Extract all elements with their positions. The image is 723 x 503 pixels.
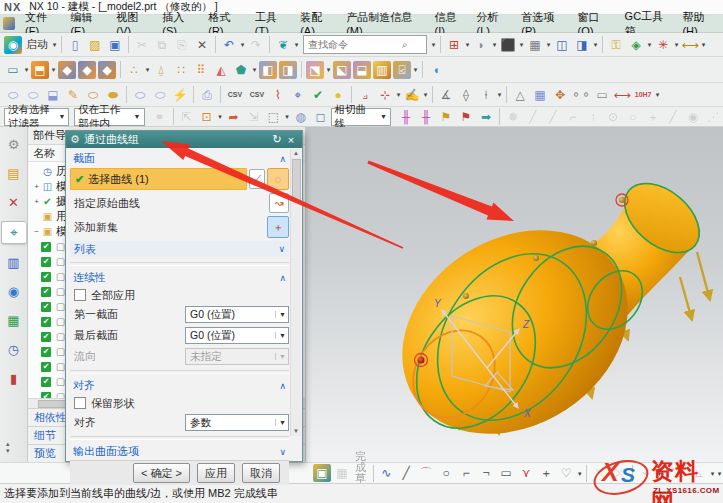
arc-icon[interactable]: ⌒ bbox=[417, 464, 435, 482]
graphics-viewport[interactable]: Z X Y bbox=[306, 127, 723, 462]
edge-blend-icon[interactable]: ⍃ bbox=[393, 61, 411, 79]
dropdown-arrow[interactable]: ▾ bbox=[144, 61, 151, 79]
resource-bar-scroll[interactable]: ▴ ▾ bbox=[6, 440, 10, 456]
checkbox-icon[interactable]: ✔ bbox=[41, 377, 51, 387]
dropdown-arrow[interactable]: ▾ bbox=[576, 464, 583, 482]
pattern-curve-icon[interactable]: ▦ bbox=[333, 464, 351, 482]
checkbox-icon[interactable]: ✔ bbox=[41, 362, 51, 372]
polygon-icon[interactable]: ⋎ bbox=[517, 464, 535, 482]
rapid-dimension-icon[interactable]: ⟷ bbox=[613, 86, 631, 104]
assembly-navigator-icon[interactable]: ▤ bbox=[3, 163, 24, 184]
ruled-surface-icon[interactable]: ⬭ bbox=[24, 86, 42, 104]
collapse-chevron-icon[interactable]: ∧ bbox=[279, 154, 286, 164]
through-curve-mesh-icon[interactable]: ⬭ bbox=[84, 86, 102, 104]
sphere-icon[interactable]: ● bbox=[329, 86, 347, 104]
sheet-icon[interactable]: ◗ bbox=[472, 36, 490, 54]
through-curves-icon[interactable]: ⬓ bbox=[44, 86, 62, 104]
datum-csys-icon[interactable]: ⊹ bbox=[376, 86, 394, 104]
first-section-dropdown[interactable]: G0 (位置)▼ bbox=[185, 306, 289, 323]
lasso-rule-button[interactable]: ◌ bbox=[267, 168, 289, 190]
history-icon[interactable]: ◷ bbox=[3, 339, 24, 360]
endpoint-snap-icon[interactable]: ╱ bbox=[524, 108, 542, 126]
checkbox-icon[interactable]: ✔ bbox=[41, 242, 51, 252]
next-icon[interactable]: ➡ bbox=[477, 108, 495, 126]
show-hide-icon[interactable]: ⚬⚬ bbox=[571, 86, 591, 104]
fit-curve-icon[interactable]: ⌇ bbox=[269, 86, 287, 104]
chamfer-icon[interactable]: ¬ bbox=[477, 464, 495, 482]
checkbox-icon[interactable]: ✔ bbox=[41, 302, 51, 312]
reverse-selection-icon[interactable]: ➦ bbox=[225, 108, 243, 126]
expand-icon[interactable]: + bbox=[32, 197, 41, 206]
dialog-close-icon[interactable]: × bbox=[284, 134, 298, 146]
menu-item[interactable]: 产品制造信息(M) bbox=[340, 16, 428, 32]
menu-item[interactable]: 格式(R) bbox=[202, 16, 249, 32]
dialog-scrollbar[interactable]: ▲ ▼ bbox=[290, 149, 301, 436]
dropdown-arrow[interactable]: ▾ bbox=[50, 61, 57, 79]
origin-curve-button[interactable]: ↝ bbox=[269, 193, 289, 213]
checkbox-icon[interactable]: ✔ bbox=[41, 287, 51, 297]
apply-button[interactable]: 应用 bbox=[197, 463, 235, 483]
boss-icon[interactable]: ◆ bbox=[98, 61, 116, 79]
list-expander[interactable]: 列表 ∨ bbox=[70, 241, 289, 257]
dropdown-arrow[interactable]: ▾ bbox=[646, 36, 653, 54]
dropdown-arrow[interactable]: ▾ bbox=[464, 36, 471, 54]
selection-filter-dropdown[interactable]: 没有选择过滤器 ▼ bbox=[4, 108, 69, 126]
checkbox-icon[interactable]: ✔ bbox=[41, 272, 51, 282]
menu-item[interactable]: 视图(V) bbox=[110, 16, 156, 32]
shell-icon[interactable]: ▥ bbox=[373, 61, 391, 79]
shaded-sphere-icon[interactable]: ◍ bbox=[292, 108, 310, 126]
search-icon[interactable]: ⌕ bbox=[402, 39, 408, 51]
subtract-icon[interactable]: ◨ bbox=[279, 61, 297, 79]
dropdown-arrow[interactable]: ▾ bbox=[654, 86, 661, 104]
dropdown-arrow[interactable]: ▾ bbox=[700, 36, 707, 54]
measure-angle-icon[interactable]: ∡ bbox=[437, 86, 455, 104]
highlight-selection-icon[interactable]: ⊡ bbox=[198, 108, 216, 126]
checkbox-icon[interactable]: ✔ bbox=[41, 317, 51, 327]
dialog-gear-icon[interactable]: ⚙ bbox=[70, 133, 80, 146]
checkbox-icon[interactable]: ✔ bbox=[41, 347, 51, 357]
line-icon[interactable]: ╱ bbox=[397, 464, 415, 482]
select-from-top-icon[interactable]: ⇱ bbox=[178, 108, 196, 126]
snap-point-off-icon[interactable]: ❅ bbox=[504, 108, 522, 126]
offset-region-icon[interactable]: ⬟ bbox=[232, 61, 250, 79]
boolean-unite-icon[interactable]: ⬔ bbox=[306, 61, 324, 79]
scroll-down-icon[interactable]: ▾ bbox=[6, 447, 10, 454]
reuse-library-icon[interactable]: ▦ bbox=[3, 310, 24, 331]
menu-item[interactable]: GC工具箱 bbox=[619, 16, 677, 32]
menu-item[interactable]: 文件(F) bbox=[19, 16, 64, 32]
dropdown-arrow[interactable]: ▾ bbox=[412, 61, 419, 79]
palette-icon[interactable]: ▮ bbox=[3, 368, 24, 389]
select-curve-row[interactable]: ✔ 选择曲线 (1) bbox=[70, 168, 247, 190]
menu-item[interactable]: 分析(L) bbox=[471, 16, 516, 32]
redo-icon[interactable]: ↷ bbox=[247, 36, 265, 54]
point-on-curve-snap-icon[interactable]: ╱ bbox=[664, 108, 682, 126]
stop-at-intersection-icon[interactable]: ╫ bbox=[397, 108, 415, 126]
law-extension-icon[interactable]: ⚡ bbox=[171, 86, 189, 104]
midpoint-snap-icon[interactable]: ╱ bbox=[544, 108, 562, 126]
delete-icon[interactable]: ✕ bbox=[193, 36, 211, 54]
polygon-mesh-icon[interactable]: △ bbox=[511, 86, 529, 104]
unite-icon[interactable]: ◧ bbox=[259, 61, 277, 79]
swept-icon[interactable]: ◖ bbox=[427, 61, 445, 79]
clip-section-icon[interactable]: ◫ bbox=[553, 36, 571, 54]
datum-plane-icon[interactable]: ⟓ bbox=[356, 86, 374, 104]
expand-chevron-icon[interactable]: ∨ bbox=[278, 244, 285, 254]
n-sided-surface-icon[interactable]: ⬭ bbox=[131, 86, 149, 104]
constraint-navigator-icon[interactable]: ✕ bbox=[3, 192, 24, 213]
save-icon[interactable]: ▣ bbox=[106, 36, 124, 54]
menu-item[interactable]: 窗口(O) bbox=[572, 16, 619, 32]
related-objects-icon[interactable]: ⇲ bbox=[245, 108, 263, 126]
four-point-surface-icon[interactable]: ⬭ bbox=[4, 86, 22, 104]
pattern-feature-icon[interactable]: ∴ bbox=[125, 61, 143, 79]
circle-icon[interactable]: ○ bbox=[437, 464, 455, 482]
sheet-body-icon[interactable]: ⎙ bbox=[198, 86, 216, 104]
open-file-icon[interactable]: ▨ bbox=[86, 36, 104, 54]
csv-export-icon[interactable]: CSV bbox=[225, 86, 245, 104]
pin-icon[interactable]: ⚑ bbox=[457, 108, 475, 126]
search-input[interactable] bbox=[306, 38, 402, 51]
expand-chevron-icon[interactable]: ∨ bbox=[279, 447, 286, 457]
cut-icon[interactable]: ✂ bbox=[133, 36, 151, 54]
measure-body-icon[interactable]: ⟠ bbox=[457, 86, 475, 104]
binoculars-icon[interactable]: ⌖ bbox=[289, 86, 307, 104]
curve-rule-dropdown[interactable]: 相切曲线 ▼ bbox=[331, 108, 391, 126]
